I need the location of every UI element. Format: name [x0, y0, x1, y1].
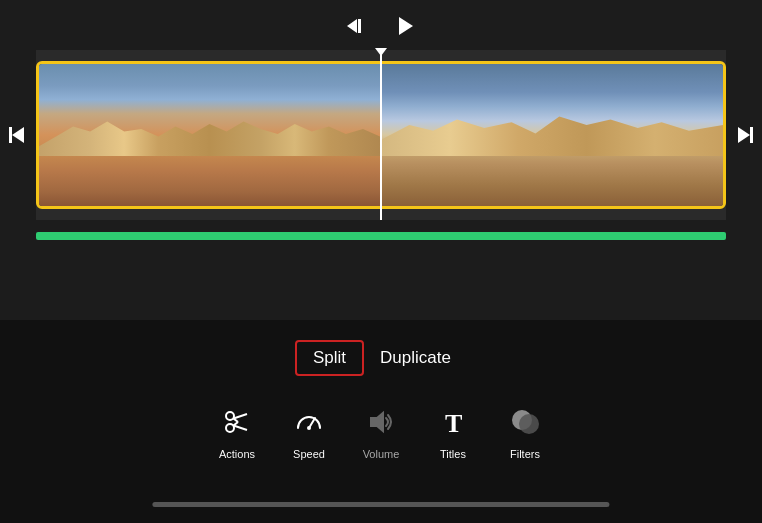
svg-rect-5 [750, 127, 753, 143]
speaker-icon [359, 400, 403, 444]
gauge-icon [287, 400, 331, 444]
play-button[interactable] [389, 10, 421, 42]
bottom-progress-bar [152, 502, 609, 507]
svg-line-9 [234, 414, 248, 419]
svg-point-18 [519, 414, 539, 434]
duplicate-button[interactable]: Duplicate [364, 342, 467, 374]
video-segment-right[interactable] [380, 64, 723, 206]
filters-label: Filters [510, 448, 540, 460]
svg-text:T: T [445, 409, 462, 438]
toolbar-area: Split Duplicate Actions [0, 320, 762, 523]
svg-marker-15 [371, 413, 383, 431]
svg-rect-3 [9, 127, 12, 143]
audio-track-bar [36, 232, 726, 240]
svg-rect-1 [358, 19, 361, 33]
svg-marker-4 [12, 127, 24, 143]
filter-circles-icon [503, 400, 547, 444]
timeline-area [0, 0, 762, 320]
volume-label: Volume [363, 448, 400, 460]
video-track-container [0, 50, 762, 220]
split-button[interactable]: Split [295, 340, 364, 376]
svg-point-14 [307, 426, 311, 430]
speed-label: Speed [293, 448, 325, 460]
track-arrow-right[interactable] [726, 50, 762, 220]
tool-titles[interactable]: T Titles [431, 400, 475, 460]
svg-line-12 [234, 422, 239, 426]
audio-track-area [0, 220, 762, 252]
svg-marker-2 [399, 17, 413, 35]
svg-point-8 [226, 424, 234, 432]
tools-row: Actions Speed Volume [215, 392, 547, 468]
playback-controls [0, 0, 762, 50]
tool-volume[interactable]: Volume [359, 400, 403, 460]
svg-marker-6 [738, 127, 750, 143]
svg-point-7 [226, 412, 234, 420]
split-duplicate-row: Split Duplicate [295, 320, 467, 392]
rewind-button[interactable] [341, 10, 373, 42]
actions-label: Actions [219, 448, 255, 460]
tool-actions[interactable]: Actions [215, 400, 259, 460]
video-segment-left[interactable] [39, 64, 380, 206]
empty-timeline-area [0, 252, 762, 302]
tool-speed[interactable]: Speed [287, 400, 331, 460]
track-arrow-left[interactable] [0, 50, 36, 220]
svg-line-10 [234, 426, 248, 431]
playhead [380, 50, 382, 220]
text-icon: T [431, 400, 475, 444]
scissors-icon [215, 400, 259, 444]
tool-filters[interactable]: Filters [503, 400, 547, 460]
svg-marker-0 [347, 19, 357, 33]
titles-label: Titles [440, 448, 466, 460]
